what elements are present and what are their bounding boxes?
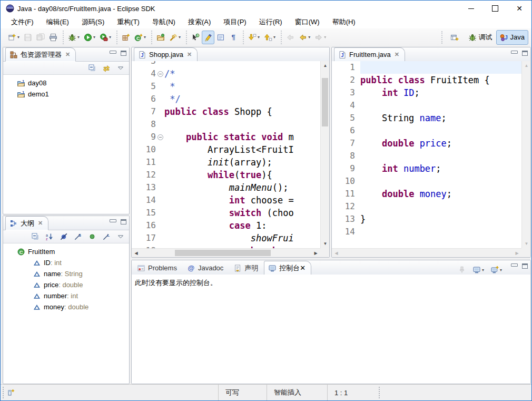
code-line-9[interactable]: int number;: [360, 162, 521, 175]
scrollbar-thumb[interactable]: [322, 78, 328, 126]
dropdown-arrow-icon[interactable]: ▾: [258, 35, 260, 40]
tab-javadoc[interactable]: @Javadoc: [183, 261, 229, 275]
minimize-view-icon[interactable]: [511, 51, 518, 54]
menu-item-10[interactable]: 帮助(H): [326, 16, 362, 28]
menu-item-9[interactable]: 窗口(W): [289, 16, 326, 28]
code-line-18[interactable]: break;: [164, 244, 320, 248]
dropdown-arrow-icon[interactable]: ▾: [179, 35, 181, 40]
outline-member-ID[interactable]: ID : int: [3, 257, 129, 268]
hide-fields-button[interactable]: [58, 230, 69, 243]
code-line-10[interactable]: ArrayList<FruitI: [164, 143, 320, 156]
menu-item-6[interactable]: 搜索(A): [182, 16, 217, 28]
outline-member-money[interactable]: money : double: [3, 301, 129, 312]
dropdown-arrow-icon[interactable]: ▾: [273, 35, 275, 40]
collapse-all-button[interactable]: [30, 230, 41, 243]
code-line-4[interactable]: [360, 99, 521, 112]
code-line-7[interactable]: double price;: [360, 137, 521, 150]
vertical-scrollbar[interactable]: ▲ ▼: [320, 61, 329, 248]
code-line-8[interactable]: [360, 150, 521, 162]
code-line-5[interactable]: String name;: [360, 112, 521, 124]
code-line-4[interactable]: /*: [164, 67, 320, 80]
code-line-7[interactable]: public class Shopp {: [164, 105, 320, 118]
fold-marker-icon[interactable]: [157, 134, 163, 140]
code-line-12[interactable]: while(true){: [164, 169, 320, 181]
dropdown-arrow-icon[interactable]: ▾: [324, 35, 326, 40]
menu-item-7[interactable]: 项目(P): [217, 16, 252, 28]
code-line-1[interactable]: [360, 61, 521, 74]
editor-shopp-body[interactable]: 3456789101112131415161718 /* * */public …: [132, 61, 329, 257]
horizontal-scrollbar[interactable]: ◀ ▶: [132, 248, 320, 257]
menu-item-2[interactable]: 编辑(E): [40, 16, 75, 28]
code-line-14[interactable]: [360, 226, 521, 238]
scroll-down-icon[interactable]: ▼: [321, 239, 330, 248]
collapse-all-button[interactable]: [87, 61, 97, 75]
previous-annotation-button[interactable]: ▾: [262, 31, 278, 44]
code-line-3[interactable]: int ID;: [360, 86, 521, 99]
close-tab-icon[interactable]: ✕: [65, 51, 70, 58]
close-button[interactable]: ✕: [507, 1, 531, 16]
code-line-13[interactable]: }: [360, 213, 521, 226]
dropdown-arrow-icon[interactable]: ▾: [308, 35, 310, 40]
menu-item-4[interactable]: 重构(T): [111, 16, 146, 28]
tab-shopp-java[interactable]: J Shopp.java ✕: [134, 47, 198, 62]
code-line-6[interactable]: [360, 124, 521, 137]
debug-perspective-button[interactable]: 调试: [465, 30, 496, 45]
maximize-view-icon[interactable]: [522, 263, 528, 269]
toggle-highlight-button[interactable]: [202, 31, 214, 44]
close-tab-icon[interactable]: ✕: [300, 264, 306, 272]
minimize-view-icon[interactable]: [511, 263, 518, 267]
scroll-up-icon[interactable]: ▲: [321, 61, 330, 70]
scroll-right-icon[interactable]: ▶: [311, 249, 320, 258]
dropdown-arrow-icon[interactable]: ▾: [500, 268, 502, 272]
hide-local-types-button[interactable]: L: [101, 230, 112, 243]
mark-occurrences-button[interactable]: G: [189, 31, 202, 44]
code-line-2[interactable]: public class FruitItem {: [360, 74, 521, 86]
back-button[interactable]: ▾: [297, 31, 312, 44]
scroll-left-icon[interactable]: ◀: [132, 249, 141, 258]
outline-member-name[interactable]: name : String: [3, 268, 129, 279]
print-button[interactable]: [47, 31, 60, 44]
tab-声明[interactable]: 声明: [229, 261, 264, 275]
menu-item-1[interactable]: 文件(F): [5, 16, 40, 28]
maximize-view-icon[interactable]: [121, 219, 126, 224]
tab-outline[interactable]: 大纲 ✕: [5, 216, 48, 230]
java-perspective-button[interactable]: JJava: [496, 30, 528, 45]
menu-item-3[interactable]: 源码(S): [75, 16, 111, 28]
close-tab-icon[interactable]: ✕: [187, 51, 192, 58]
outline-class-item[interactable]: CFruitItem: [3, 246, 129, 257]
minimize-view-icon[interactable]: [110, 51, 116, 54]
code-line-17[interactable]: showFrui: [164, 232, 320, 244]
sort-button[interactable]: az: [44, 230, 55, 243]
fast-view-icon[interactable]: [7, 388, 15, 397]
maximize-view-icon[interactable]: [522, 51, 528, 56]
external-tools-button[interactable]: ▾: [97, 31, 113, 44]
tab-package-explorer[interactable]: 包资源管理器 ✕: [5, 47, 76, 62]
code-line-14[interactable]: int choose =: [164, 194, 320, 207]
outline-member-price[interactable]: price : double: [3, 279, 129, 290]
code-line-9[interactable]: public static void m: [164, 131, 320, 143]
vertical-scrollbar[interactable]: ▲ ▼: [521, 61, 530, 248]
dropdown-arrow-icon[interactable]: ▾: [93, 35, 95, 40]
scrollbar-thumb[interactable]: [175, 250, 271, 256]
code-line-6[interactable]: */: [164, 93, 320, 105]
dropdown-arrow-icon[interactable]: ▾: [109, 35, 111, 40]
code-line-3[interactable]: [164, 61, 320, 67]
menu-item-5[interactable]: 导航(N): [146, 16, 182, 28]
debug-button[interactable]: ▾: [66, 31, 82, 44]
code-line-11[interactable]: init(array);: [164, 156, 320, 169]
tab-problems[interactable]: Problems: [133, 261, 183, 275]
new-wizard-button[interactable]: ▾: [6, 31, 22, 44]
open-type-button[interactable]: [154, 31, 167, 44]
project-item-demo1[interactable]: Jdemo1: [3, 89, 129, 100]
fold-marker-icon[interactable]: [157, 71, 163, 77]
new-java-project-button[interactable]: [120, 31, 132, 44]
code-line-12[interactable]: [360, 200, 521, 213]
close-tab-icon[interactable]: ✕: [38, 220, 43, 227]
show-whitespace-button[interactable]: ¶: [227, 31, 240, 44]
hide-non-public-button[interactable]: [87, 230, 97, 243]
menu-item-8[interactable]: 运行(R): [253, 16, 289, 28]
dropdown-arrow-icon[interactable]: ▾: [17, 35, 19, 40]
editor-fruititem-body[interactable]: 1234567891011121314 public class FruitIt…: [332, 61, 530, 257]
code-line-5[interactable]: *: [164, 80, 320, 93]
new-java-class-button[interactable]: C▾: [132, 31, 148, 44]
